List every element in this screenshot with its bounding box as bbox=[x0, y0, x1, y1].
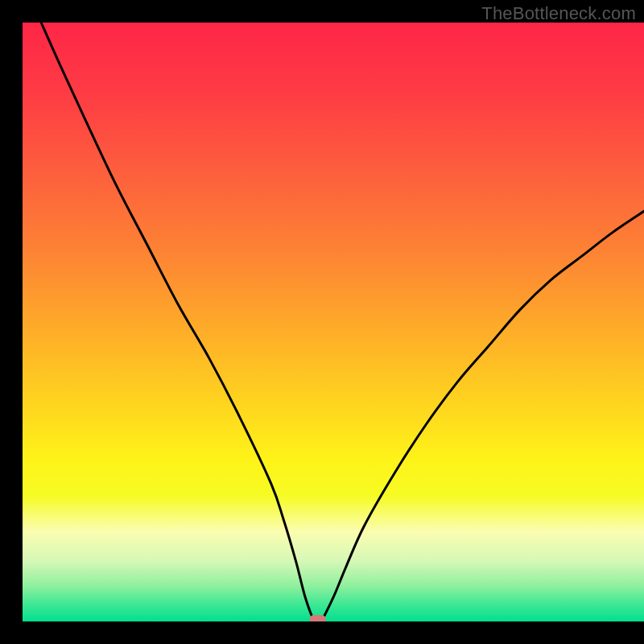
bottleneck-chart: TheBottleneck.com bbox=[0, 0, 644, 644]
plot-background bbox=[23, 23, 644, 621]
frame-bottom bbox=[0, 621, 644, 644]
chart-svg bbox=[0, 0, 644, 644]
frame-left bbox=[0, 0, 23, 644]
watermark-text: TheBottleneck.com bbox=[481, 3, 636, 24]
